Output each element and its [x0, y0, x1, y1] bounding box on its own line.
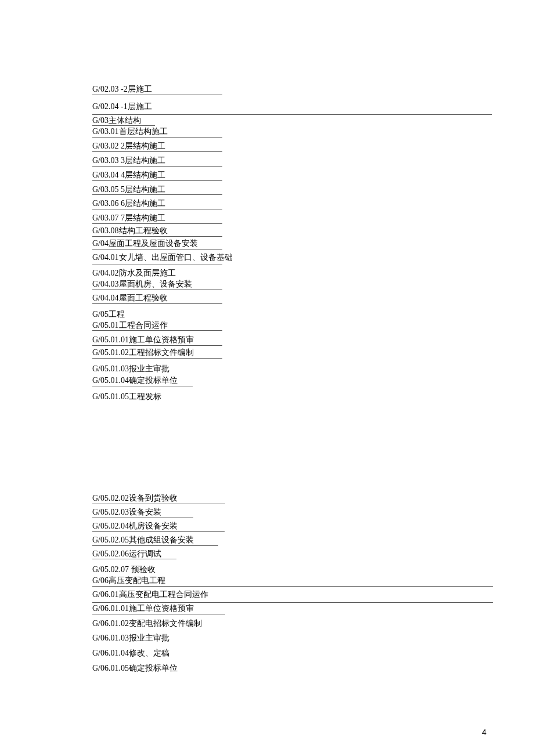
outline-item: G/05.01.04确定投标单位: [92, 376, 193, 386]
outline-item: G/04.01女儿墙、出屋面管口、设备基础: [92, 253, 233, 262]
outline-item: G/05.01工程合同运作: [92, 321, 222, 331]
outline-item: G/03.08结构工程验收: [92, 226, 222, 237]
outline-item: G/05.02.06运行调试: [92, 549, 176, 560]
outline-item: G/03.04 4层结构施工: [92, 171, 222, 181]
outline-item: G/04屋面工程及屋面设备安装: [92, 239, 222, 249]
page-number: 4: [482, 728, 486, 737]
outline-item: G/04.03屋面机房、设备安装: [92, 280, 222, 290]
outline-item: G/06.01高压变配电工程合同运作: [92, 590, 208, 599]
outline-item: G/03.03 3层结构施工: [92, 156, 222, 167]
outline-item: G/02.03 -2层施工: [92, 85, 222, 95]
outline-item: G/06.01.03报业主审批: [92, 634, 169, 642]
outline-item: G/03.02 2层结构施工: [92, 142, 222, 152]
outline-item: G/04.04屋面工程验收: [92, 294, 222, 304]
outline-item: G/05.01.02工程招标文件编制: [92, 348, 222, 359]
outline-item: G/06.01.01施工单位资格预审: [92, 604, 225, 614]
document-page: G/02.03 -2层施工 G/02.04 -1层施工 G/03主体结构 G/0…: [0, 0, 534, 676]
outline-item: G/05工程: [92, 310, 125, 319]
outline-item: G/05.01.03报业主审批: [92, 364, 169, 373]
outline-item: G/05.01.05工程发标: [92, 392, 161, 401]
outline-item: G/05.02.03设备安装: [92, 508, 193, 518]
outline-item: G/03主体结构: [92, 116, 155, 126]
outline-item: G/03.05 5层结构施工: [92, 185, 222, 196]
outline-item: G/06高压变配电工程: [92, 576, 493, 587]
outline-item: G/05.02.05其他成组设备安装: [92, 536, 218, 546]
outline-item: G/04.02防水及面层施工: [92, 269, 176, 277]
outline-item: G/02.04 -1层施工: [92, 102, 152, 111]
outline-item: G/03.06 6层结构施工: [92, 199, 222, 209]
outline-item: G/05.02.07 预验收: [92, 565, 156, 574]
outline-item: G/05.01.01施工单位资格预审: [92, 335, 222, 346]
outline-item: G/03.07 7层结构施工: [92, 214, 222, 224]
outline-item: G/05.02.02设备到货验收: [92, 494, 225, 504]
outline-item: G/05.02.04机房设备安装: [92, 522, 225, 532]
outline-item: G/03.01首层结构施工: [92, 127, 222, 138]
outline-item: G/06.01.04修改、定稿: [92, 649, 169, 657]
outline-item: G/06.01.02变配电招标文件编制: [92, 619, 202, 628]
outline-item: G/06.01.05确定投标单位: [92, 664, 178, 672]
